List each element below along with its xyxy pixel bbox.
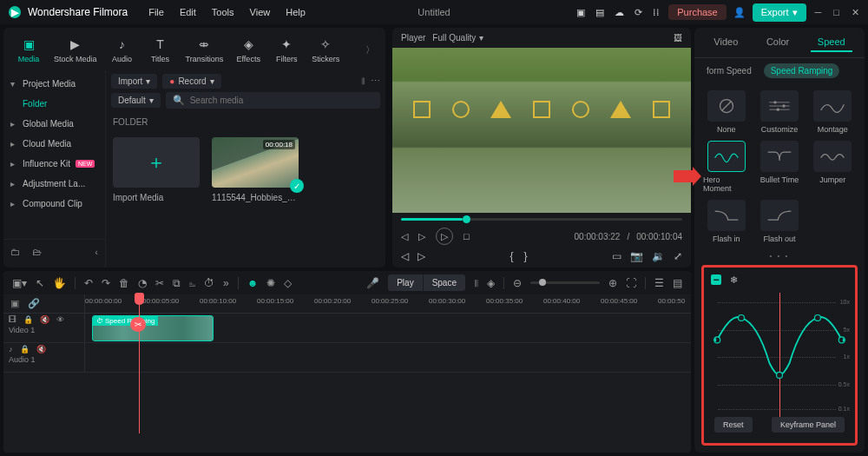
display-icon[interactable]: ▭ <box>612 250 621 262</box>
tabs-next-icon[interactable]: 〉 <box>362 43 378 56</box>
purchase-button[interactable]: Purchase <box>668 4 726 20</box>
speed-icon[interactable]: ⏱ <box>204 277 214 289</box>
menu-view[interactable]: View <box>250 7 271 17</box>
tree-project-media[interactable]: ▾Project Media <box>3 74 105 94</box>
scrub-thumb[interactable] <box>463 215 470 223</box>
subtab-uniform-speed[interactable]: form Speed <box>700 63 759 78</box>
save-icon[interactable]: ▤ <box>595 7 604 18</box>
cloud-icon[interactable]: ☁ <box>615 7 624 18</box>
panel-icon[interactable]: ▤ <box>673 277 682 289</box>
hand-icon[interactable]: 🖐 <box>53 277 66 289</box>
apps-icon[interactable]: ⁞⁞ <box>653 7 660 18</box>
account-icon[interactable]: 👤 <box>733 7 746 18</box>
tab-titles[interactable]: TTitles <box>142 33 179 67</box>
keyframe-panel-button[interactable]: Keyframe Panel <box>772 417 845 433</box>
lock-icon[interactable]: 🔒 <box>20 345 30 354</box>
tree-folder[interactable]: Folder <box>3 94 105 114</box>
color-icon[interactable]: ✺ <box>266 277 275 289</box>
preset-none[interactable]: None <box>703 90 749 134</box>
mark-out-icon[interactable]: ▷ <box>418 250 425 262</box>
menu-tools[interactable]: Tools <box>212 7 234 17</box>
speed-ramping-graph[interactable]: 10x 5x 1x 0.5x 0.1x <box>709 293 850 417</box>
tab-transitions[interactable]: ⤄Transitions <box>181 33 229 67</box>
more-tools-icon[interactable]: » <box>223 277 229 289</box>
next-frame-icon[interactable]: ▷ <box>418 231 425 242</box>
subtab-speed-ramping[interactable]: Speed Ramping <box>764 63 840 78</box>
preset-jumper[interactable]: Jumper <box>810 141 856 193</box>
brace-close-icon[interactable]: } <box>524 250 528 262</box>
delete-icon[interactable]: 🗑 <box>119 277 129 289</box>
ai-icon[interactable]: ☻ <box>247 277 259 289</box>
default-dropdown[interactable]: Default▾ <box>111 93 161 108</box>
tree-influence-kit[interactable]: ▸Influence KitNEW <box>3 154 105 174</box>
preset-flash-in[interactable]: Flash in <box>703 200 749 243</box>
tree-cloud-media[interactable]: ▸Cloud Media <box>3 134 105 154</box>
split-icon[interactable]: ✂ <box>155 277 164 289</box>
camera-icon[interactable]: 📷 <box>630 250 643 262</box>
undo-icon[interactable]: ↶ <box>84 277 93 289</box>
track-film-icon[interactable]: 🎞 <box>9 315 16 324</box>
scrub-bar[interactable] <box>401 218 682 221</box>
fullscreen-icon[interactable]: ⤢ <box>674 250 682 262</box>
crop-icon[interactable]: ⧉ <box>173 277 181 289</box>
collapse-tree-icon[interactable]: ‹ <box>95 247 98 257</box>
scissors-icon[interactable]: ✂ <box>130 317 146 332</box>
preset-hero-moment[interactable]: Hero Moment <box>703 141 749 193</box>
visibility-icon[interactable]: 👁 <box>56 315 64 324</box>
mute-icon[interactable]: 🔇 <box>40 315 49 324</box>
tab-video[interactable]: Video <box>707 33 745 52</box>
timer-icon[interactable]: ◔ <box>138 277 147 289</box>
search-input[interactable] <box>190 96 373 105</box>
tab-color[interactable]: Color <box>760 33 796 52</box>
filter-icon[interactable]: ⫴ <box>361 76 365 87</box>
tab-media[interactable]: ▣Media <box>10 33 47 67</box>
import-dropdown[interactable]: Import▾ <box>111 74 157 89</box>
mark-in-icon[interactable]: ◁ <box>401 250 409 262</box>
brace-open-icon[interactable]: { <box>510 250 513 262</box>
freeze-frame-icon[interactable]: ❄ <box>730 274 738 286</box>
quality-select[interactable]: Full Quality ▾ <box>432 33 483 43</box>
folder-add-icon[interactable]: 🗁 <box>32 247 42 257</box>
export-button[interactable]: Export▾ <box>753 3 806 22</box>
mute-icon[interactable]: 🔇 <box>36 345 46 354</box>
player-select[interactable]: Player <box>401 33 425 43</box>
record-dropdown[interactable]: ●Record▾ <box>162 74 220 89</box>
zoom-slider[interactable] <box>530 281 600 284</box>
tree-adjustment-layer[interactable]: ▸Adjustment La... <box>3 174 105 194</box>
tab-stock-media[interactable]: ▶Stock Media <box>49 33 102 67</box>
playhead[interactable]: ✂ <box>139 294 140 433</box>
volume-icon[interactable]: 🔉 <box>652 250 665 262</box>
window-close-icon[interactable]: ✕ <box>852 7 859 18</box>
menu-file[interactable]: File <box>148 7 164 17</box>
more-icon[interactable]: ⋯ <box>371 76 380 87</box>
play-button[interactable]: ▷ <box>436 228 453 245</box>
mic-icon[interactable]: 🎤 <box>366 277 379 289</box>
tree-global-media[interactable]: ▸Global Media <box>3 114 105 134</box>
tab-effects[interactable]: ◈Effects <box>230 33 266 67</box>
layout-icon[interactable]: ▣ <box>576 7 585 18</box>
video-preview[interactable] <box>392 48 691 213</box>
track-audio-icon[interactable]: ♪ <box>9 345 13 354</box>
tab-speed[interactable]: Speed <box>811 33 852 52</box>
marker-icon[interactable]: ◈ <box>487 277 495 289</box>
panel-resize-handle[interactable]: • • • <box>694 250 865 261</box>
stop-button[interactable]: □ <box>464 231 470 241</box>
preset-flash-out[interactable]: Flash out <box>756 200 802 243</box>
snapshot-icon[interactable]: 🖼 <box>674 33 682 43</box>
media-clip-tile[interactable]: 00:00:18 ✓ 1115544_Hobbies_Tennis_19... <box>212 137 299 202</box>
graph-toggle-icon[interactable]: − <box>711 274 721 285</box>
list-icon[interactable]: ☰ <box>654 277 664 289</box>
tab-stickers[interactable]: ✧Stickers <box>306 33 345 67</box>
menu-edit[interactable]: Edit <box>180 7 196 17</box>
video-clip[interactable]: ⏱Speed Ramping <box>92 315 214 341</box>
counter-icon[interactable]: ⟳ <box>635 7 642 18</box>
prev-frame-icon[interactable]: ◁ <box>401 231 408 242</box>
redo-icon[interactable]: ↷ <box>102 277 110 289</box>
window-maximize-icon[interactable]: □ <box>833 7 839 18</box>
lock-icon[interactable]: 🔒 <box>23 315 33 324</box>
link-icon[interactable]: 🔗 <box>28 298 40 309</box>
preset-customize[interactable]: Customize <box>756 90 802 134</box>
preset-montage[interactable]: Montage <box>810 90 856 134</box>
tab-audio[interactable]: ♪Audio <box>104 33 141 67</box>
tree-compound-clip[interactable]: ▸Compound Clip <box>3 194 105 214</box>
